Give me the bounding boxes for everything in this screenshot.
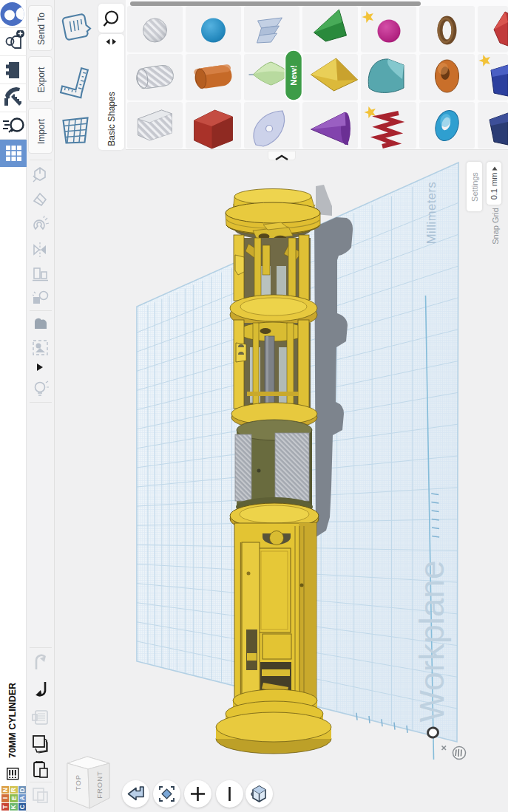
svg-text:New!: New!	[289, 65, 298, 85]
svg-text:FRONT: FRONT	[95, 771, 104, 799]
svg-text:Millimeters: Millimeters	[424, 182, 438, 244]
svg-text:Workplane: Workplane	[413, 560, 451, 722]
svg-text:TOP: TOP	[74, 774, 82, 791]
